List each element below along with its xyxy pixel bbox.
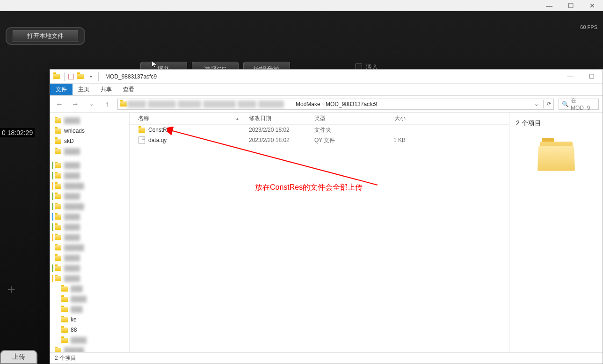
file-type: 文件夹: [314, 126, 373, 134]
breadcrumb-parent[interactable]: ModMake: [296, 101, 320, 107]
nav-back-button[interactable]: ←: [54, 99, 65, 110]
nav-item-88[interactable]: 88: [71, 327, 77, 333]
nav-up-button[interactable]: ↑: [102, 99, 113, 110]
window-title: MOD_9883137acfc9: [105, 73, 157, 80]
bg-min-button[interactable]: —: [538, 0, 560, 11]
status-item-count: 2 个项目: [55, 354, 76, 362]
col-name[interactable]: 名称 ▲: [130, 114, 249, 122]
add-icon[interactable]: ＋: [5, 280, 18, 298]
ribbon-tab-file[interactable]: 文件: [50, 84, 73, 95]
timestamp-display: 0 18:02:29: [0, 128, 35, 137]
search-placeholder: 在 MOD_9: [571, 97, 596, 111]
address-bar[interactable]: ModMake › MOD_9883137acfc9 ⌄ ⟳: [117, 99, 554, 110]
file-size: 1 KB: [373, 137, 415, 143]
preview-pane: 2 个项目: [509, 113, 603, 352]
ribbon-tab-view[interactable]: 查看: [117, 84, 140, 95]
open-local-file-button[interactable]: 打开本地文件: [13, 30, 78, 42]
folder-icon: [138, 126, 145, 134]
bg-max-button[interactable]: ☐: [560, 0, 581, 11]
nav-tree[interactable]: ████ wnloads skD ████ ████ ████ █████ ██…: [50, 113, 130, 352]
address-dropdown-button[interactable]: ⌄: [532, 100, 540, 108]
exp-min-button[interactable]: —: [559, 70, 581, 84]
refresh-button[interactable]: ⟳: [543, 100, 552, 108]
explorer-titlebar[interactable]: ▾ MOD_9883137acfc9 — ☐: [50, 70, 603, 84]
nav-item-ke[interactable]: ke: [71, 316, 77, 323]
cursor-icon: [151, 60, 160, 71]
column-headers: 名称 ▲ 修改日期 类型 大小: [130, 113, 509, 125]
explorer-window: ▾ MOD_9883137acfc9 — ☐ 文件 主页 共享 查看 ← → ⌄…: [50, 69, 603, 364]
file-list[interactable]: 名称 ▲ 修改日期 类型 大小 ConstRes 2023/2/20 18:02…: [130, 113, 509, 352]
bg-close-button[interactable]: ✕: [581, 0, 603, 11]
upload-button[interactable]: 上传: [0, 350, 37, 364]
open-file-panel: 打开本地文件: [6, 27, 85, 45]
list-item[interactable]: data.qy 2023/2/20 18:02 QY 文件 1 KB: [130, 135, 509, 145]
exp-max-button[interactable]: ☐: [581, 70, 603, 84]
file-name: ConstRes: [148, 127, 173, 133]
status-bar: 2 个项目: [50, 352, 603, 364]
fps-counter: 60 FPS: [580, 24, 597, 30]
address-folder-icon: [120, 100, 127, 108]
bg-titlebar: — ☐ ✕: [0, 0, 603, 11]
preview-item-count: 2 个项目: [516, 119, 596, 128]
ribbon-tab-share[interactable]: 共享: [95, 84, 117, 95]
ribbon: 文件 主页 共享 查看: [50, 84, 603, 96]
nav-toolbar: ← → ⌄ ↑ ModMake › MOD_9883137acfc9 ⌄ ⟳ 🔍…: [50, 96, 603, 113]
qat-properties-icon[interactable]: [68, 74, 74, 79]
search-input[interactable]: 🔍 在 MOD_9: [559, 99, 599, 110]
chevron-icon: ›: [322, 101, 324, 107]
nav-downloads[interactable]: wnloads: [64, 128, 85, 134]
search-icon: 🔍: [562, 101, 569, 107]
nav-disk[interactable]: skD: [64, 138, 74, 144]
col-type[interactable]: 类型: [314, 114, 373, 122]
nav-recent-dropdown[interactable]: ⌄: [86, 99, 97, 110]
folder-icon: [53, 73, 60, 80]
large-folder-icon: [540, 142, 573, 170]
ribbon-tab-home[interactable]: 主页: [73, 84, 95, 95]
nav-forward-button[interactable]: →: [70, 99, 81, 110]
file-date: 2023/2/20 18:02: [249, 137, 314, 143]
redacted-path: [127, 100, 284, 108]
col-date[interactable]: 修改日期: [249, 114, 314, 122]
col-size[interactable]: 大小: [373, 114, 415, 122]
breadcrumb-current[interactable]: MOD_9883137acfc9: [326, 101, 377, 107]
qat-neworopen-icon[interactable]: [77, 73, 84, 80]
sort-asc-icon: ▲: [235, 116, 240, 121]
qat-dropdown-icon[interactable]: ▾: [87, 73, 94, 80]
annotation-text: 放在ConstRes的文件会全部上传: [255, 183, 363, 193]
file-date: 2023/2/20 18:02: [249, 127, 314, 133]
file-name: data.qy: [148, 137, 167, 143]
file-type: QY 文件: [314, 136, 373, 144]
list-item[interactable]: ConstRes 2023/2/20 18:02 文件夹: [130, 125, 509, 135]
file-icon: [138, 136, 145, 144]
